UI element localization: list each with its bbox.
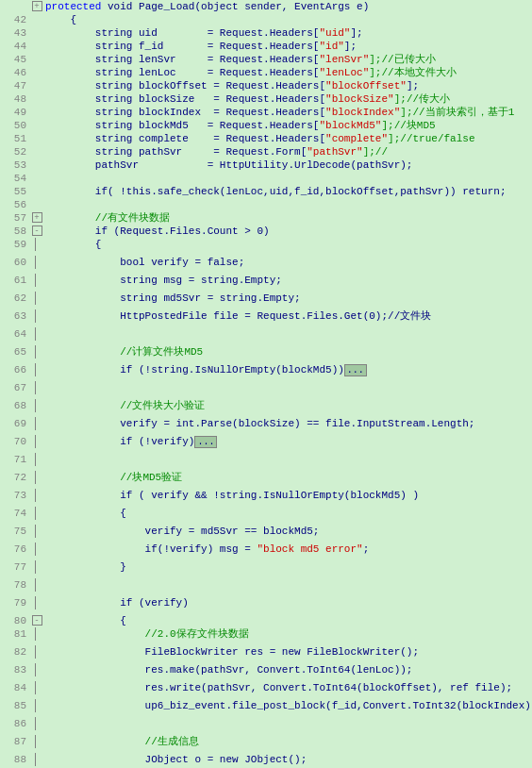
fold-icon[interactable] xyxy=(30,292,43,309)
token: } xyxy=(45,561,126,573)
fold-icon[interactable] xyxy=(30,699,43,717)
code-text: //块MD5验证 xyxy=(43,471,532,484)
line-number: 69 xyxy=(0,417,30,430)
fold-icon[interactable]: - xyxy=(30,225,43,238)
code-line: 48 string blockSize = Request.Headers["b… xyxy=(0,92,532,106)
line-number: 55 xyxy=(0,185,30,198)
code-text: if(!verify) msg = "block md5 error"; xyxy=(43,543,532,556)
line-number: 67 xyxy=(0,381,30,394)
fold-icon[interactable] xyxy=(30,435,43,453)
token: //块MD5验证 xyxy=(45,472,182,483)
fold-icon[interactable] xyxy=(30,453,43,471)
line-number: 51 xyxy=(0,132,30,145)
line-number: 75 xyxy=(0,525,30,538)
fold-icon[interactable] xyxy=(30,578,43,596)
token: res.write(pathSvr, Convert.ToInt64(block… xyxy=(45,682,512,693)
line-number: 66 xyxy=(0,363,30,376)
code-line: 52 string pathSvr = Request.Form["pathSv… xyxy=(0,145,532,159)
line-number: 57 xyxy=(0,211,30,225)
fold-icon[interactable] xyxy=(30,543,43,560)
token: up6_biz_event.file_post_block(f_id,Conve… xyxy=(45,700,532,711)
code-text: if (Request.Files.Count > 0) xyxy=(43,225,532,238)
line-number: 70 xyxy=(0,435,30,448)
line-number: 62 xyxy=(0,292,30,305)
code-text: { xyxy=(43,238,532,251)
token: string blockMd5 = Request.Headers[ xyxy=(45,120,319,131)
fold-icon[interactable] xyxy=(30,753,43,768)
token: "uid" xyxy=(319,27,350,39)
fold-icon[interactable]: + xyxy=(30,0,43,13)
folded-block[interactable]: ... xyxy=(194,436,217,448)
fold-icon[interactable] xyxy=(30,645,43,663)
fold-icon[interactable] xyxy=(30,735,43,753)
code-line: 86 xyxy=(0,717,532,735)
line-number: 80 xyxy=(0,614,30,627)
code-line: 66 if (!string.IsNullOrEmpty(blockMd5)).… xyxy=(0,363,532,381)
fold-icon[interactable] xyxy=(30,274,43,292)
token: "lenSvr" xyxy=(319,54,369,65)
fold-icon[interactable] xyxy=(30,309,43,327)
line-number: 48 xyxy=(0,92,30,106)
fold-icon[interactable] xyxy=(30,560,43,578)
folded-block[interactable]: ... xyxy=(344,364,367,376)
fold-icon[interactable] xyxy=(30,663,43,681)
fold-icon[interactable]: + xyxy=(30,211,43,225)
fold-icon[interactable] xyxy=(30,381,43,399)
code-line: 87 //生成信息 xyxy=(0,735,532,753)
fold-icon[interactable] xyxy=(30,399,43,417)
fold-icon[interactable] xyxy=(30,717,43,735)
code-text: bool verify = false; xyxy=(43,256,532,269)
fold-icon[interactable] xyxy=(30,489,43,507)
code-editor: +protected void Page_Load(object sender,… xyxy=(0,0,532,768)
fold-icon[interactable] xyxy=(30,681,43,699)
code-line: 74 { xyxy=(0,507,532,525)
fold-icon[interactable] xyxy=(30,525,43,543)
code-text: pathSvr = HttpUtility.UrlDecode(pathSvr)… xyxy=(43,159,532,172)
token: "blockIndex" xyxy=(325,107,400,118)
fold-icon[interactable]: - xyxy=(30,614,43,627)
line-number: 64 xyxy=(0,327,30,341)
fold-icon[interactable] xyxy=(30,507,43,525)
code-line: 78 xyxy=(0,578,532,596)
fold-icon[interactable] xyxy=(30,471,43,489)
line-number: 86 xyxy=(0,717,30,730)
fold-icon[interactable] xyxy=(30,596,43,614)
code-line: 54 xyxy=(0,172,532,185)
code-line: 57+ //有文件块数据 xyxy=(0,211,532,225)
line-number: 46 xyxy=(0,66,30,79)
token: FileBlockWriter res = new FileBlockWrite… xyxy=(45,646,419,658)
fold-icon[interactable] xyxy=(30,238,43,256)
line-number: 63 xyxy=(0,309,30,323)
token: pathSvr = HttpUtility.UrlDecode(pathSvr)… xyxy=(45,159,412,171)
line-number: 85 xyxy=(0,699,30,712)
fold-icon[interactable] xyxy=(30,363,43,381)
fold-icon[interactable] xyxy=(30,627,43,645)
code-text: FileBlockWriter res = new FileBlockWrite… xyxy=(43,645,532,659)
line-number: 76 xyxy=(0,543,30,556)
token: if (Request.Files.Count > 0) xyxy=(45,225,270,237)
token: if( !this.safe_check(lenLoc,uid,f_id,blo… xyxy=(45,186,506,197)
token: ];//块MD5 xyxy=(381,120,435,131)
code-text: if (verify) xyxy=(43,596,532,609)
fold-icon[interactable] xyxy=(30,327,43,345)
line-number: 44 xyxy=(0,40,30,53)
token: ]; xyxy=(344,41,357,52)
token: JObject o = new JObject(); xyxy=(45,754,307,765)
token: if (!verify) xyxy=(45,436,194,447)
code-line: 45 string lenSvr = Request.Headers["lenS… xyxy=(0,53,532,66)
code-text: { xyxy=(43,13,532,26)
code-line: 80- { xyxy=(0,614,532,627)
code-line: 63 HttpPostedFile file = Request.Files.G… xyxy=(0,309,532,327)
code-text: HttpPostedFile file = Request.Files.Get(… xyxy=(43,309,532,323)
code-line: 73 if ( verify && !string.IsNullOrEmpty(… xyxy=(0,489,532,507)
token: "block md5 error" xyxy=(257,543,362,555)
line-number: 73 xyxy=(0,489,30,502)
fold-icon[interactable] xyxy=(30,417,43,435)
token: string blockOffset = Request.Headers[ xyxy=(45,80,325,92)
fold-icon[interactable] xyxy=(30,345,43,363)
code-line: 65 //计算文件块MD5 xyxy=(0,345,532,363)
fold-icon[interactable] xyxy=(30,256,43,274)
token: { xyxy=(45,14,76,25)
code-text: res.write(pathSvr, Convert.ToInt64(block… xyxy=(43,681,532,694)
line-number: 61 xyxy=(0,274,30,287)
